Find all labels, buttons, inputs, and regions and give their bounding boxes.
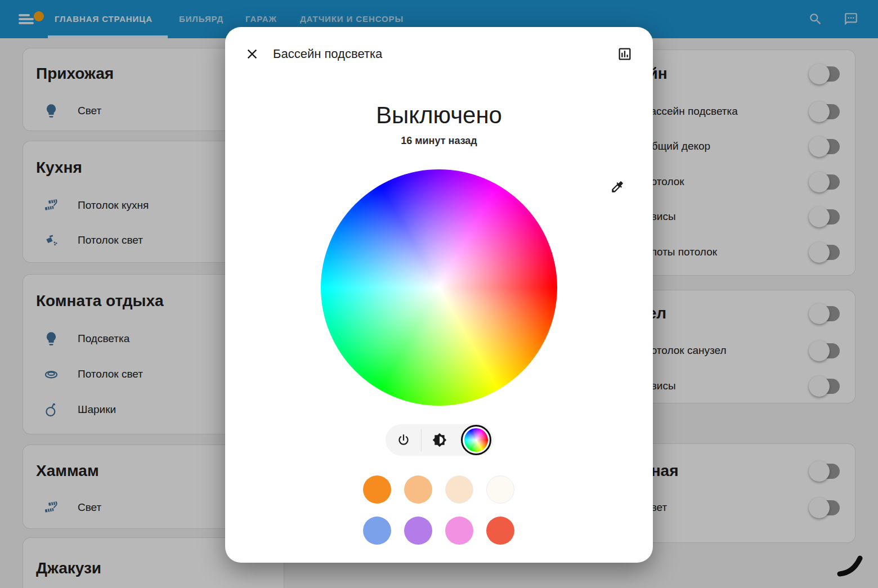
color-swatch-orange[interactable] [363, 475, 391, 504]
color-swatch-pink[interactable] [445, 517, 473, 545]
color-wheel-icon [464, 428, 488, 452]
dialog-title: Бассейн подсветка [273, 47, 382, 61]
power-button[interactable] [386, 424, 421, 456]
state-text: Выключено [225, 101, 653, 129]
color-wheel[interactable] [321, 169, 557, 406]
history-chart-icon[interactable] [612, 42, 637, 66]
color-swatch-blue[interactable] [363, 517, 391, 545]
light-dialog: Бассейн подсветка Выключено 16 минут наз… [225, 27, 653, 563]
eyedropper-icon[interactable] [605, 174, 630, 199]
color-swatch-peach[interactable] [404, 475, 432, 504]
color-mode-button[interactable] [461, 425, 491, 455]
color-swatch-cream[interactable] [445, 475, 473, 504]
color-swatch-purple[interactable] [404, 517, 432, 545]
light-mode-switcher [386, 424, 494, 456]
brightness-button[interactable] [422, 424, 457, 456]
power-icon [396, 433, 411, 447]
color-swatch-red[interactable] [486, 517, 514, 545]
last-changed-text: 16 минут назад [225, 135, 653, 147]
app-window: ГЛАВНАЯ СТРАНИЦА БИЛЬЯРД ГАРАЖ ДАТЧИКИ И… [0, 0, 878, 588]
color-swatch-white[interactable] [486, 475, 514, 504]
close-icon[interactable] [240, 42, 265, 66]
brightness-icon [432, 433, 447, 447]
